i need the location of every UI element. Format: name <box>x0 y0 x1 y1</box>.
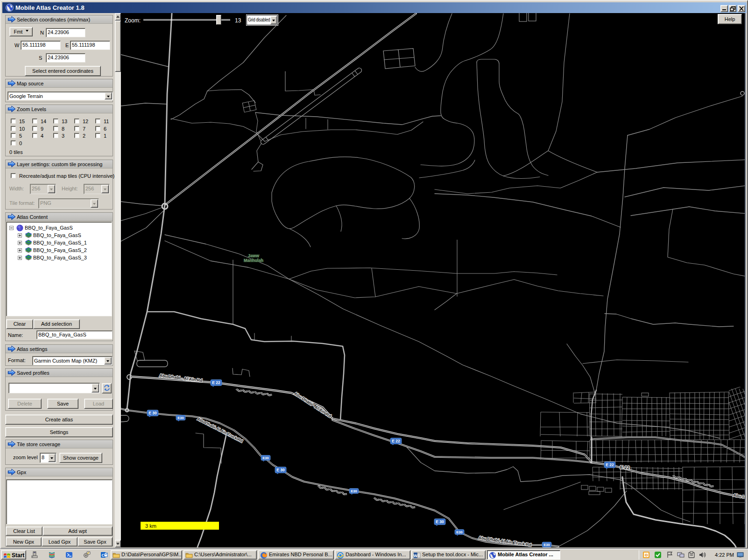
svg-text:Jaww: Jaww <box>248 253 260 258</box>
svg-text:E 22: E 22 <box>620 464 630 470</box>
svg-text:3 km: 3 km <box>145 523 156 529</box>
svg-text:Manhulah: Manhulah <box>244 258 263 263</box>
svg-text:E 22: E 22 <box>606 462 614 467</box>
svg-text:E 22: E 22 <box>392 439 400 443</box>
svg-text:E 30: E 30 <box>276 468 285 472</box>
svg-text:Abu Dhabi - Al'Ain Rd: Abu Dhabi - Al'Ain Rd <box>159 373 203 383</box>
svg-text:E 30: E 30 <box>148 411 157 415</box>
svg-text:E 22: E 22 <box>212 380 220 385</box>
svg-text:E30: E30 <box>543 543 550 547</box>
svg-text:E30: E30 <box>351 489 357 493</box>
svg-text:E30: E30 <box>177 416 183 420</box>
svg-text:W: W <box>414 553 418 558</box>
svg-text:E30: E30 <box>456 530 462 534</box>
svg-text:O: O <box>645 553 648 557</box>
svg-text:E 30: E 30 <box>436 519 444 524</box>
svg-text:Abu Dhabi - Al'Ain Rd: Abu Dhabi - Al'Ain Rd <box>293 391 332 419</box>
svg-text:E30: E30 <box>262 456 268 460</box>
svg-text:Abu D: Abu D <box>733 493 745 500</box>
